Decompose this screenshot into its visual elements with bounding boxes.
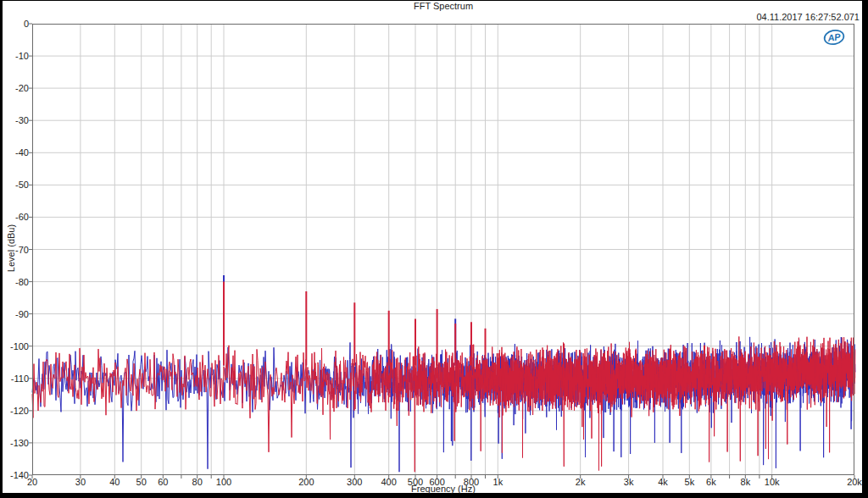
x-tick-label: 2k bbox=[564, 477, 598, 487]
x-tick-label: 30 bbox=[64, 477, 97, 487]
x-tick-label: 10k bbox=[755, 477, 789, 487]
y-tick-label: -70 bbox=[3, 245, 29, 255]
y-tick-label: -20 bbox=[3, 83, 29, 93]
y-tick-label: -50 bbox=[3, 180, 29, 190]
y-tick-label: -60 bbox=[3, 212, 29, 222]
x-tick-label: 6k bbox=[694, 477, 728, 487]
x-tick-label: 600 bbox=[420, 477, 454, 487]
y-tick-label: -120 bbox=[3, 406, 29, 416]
y-tick-label: -100 bbox=[3, 341, 29, 351]
x-tick-label: 100 bbox=[207, 477, 241, 487]
y-tick-label: -130 bbox=[3, 438, 29, 448]
y-tick-label: -40 bbox=[3, 147, 29, 158]
spectrum-plot bbox=[32, 24, 854, 475]
y-tick-label: -10 bbox=[3, 51, 29, 61]
x-tick-label: 60 bbox=[146, 477, 180, 487]
plot-canvas: FFT Spectrum 04.11.2017 16:27:52.071 Lev… bbox=[3, 1, 862, 493]
chart-title: FFT Spectrum bbox=[32, 1, 854, 11]
fft-traces bbox=[32, 275, 855, 472]
y-tick-label: -80 bbox=[3, 277, 29, 287]
ap-logo: AP bbox=[821, 28, 847, 47]
timestamp: 04.11.2017 16:27:52.071 bbox=[756, 12, 860, 22]
x-tick-label: 3k bbox=[612, 477, 646, 487]
y-tick-label: 0 bbox=[3, 19, 29, 29]
y-tick-label: -30 bbox=[3, 115, 29, 125]
x-tick-label: 1k bbox=[481, 477, 515, 487]
y-tick-label: -110 bbox=[3, 374, 29, 384]
y-tick-label: -90 bbox=[3, 309, 29, 319]
x-tick-label: 20k bbox=[837, 477, 868, 487]
x-tick-label: 20 bbox=[15, 477, 49, 487]
x-tick-label: 300 bbox=[337, 477, 371, 487]
ap-logo-text: AP bbox=[826, 31, 842, 43]
x-tick-label: 200 bbox=[289, 477, 323, 487]
